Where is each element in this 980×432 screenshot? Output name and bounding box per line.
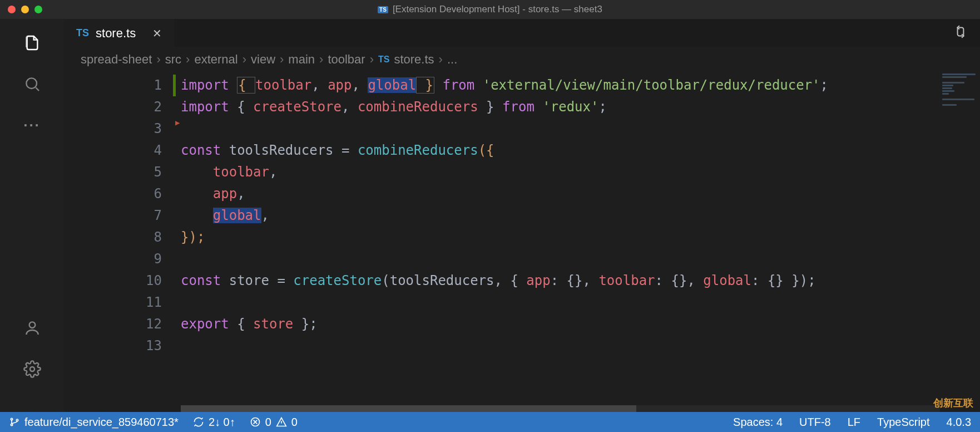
chevron-right-icon: › [370,52,374,67]
workbench-body: ··· TS store.ts ✕ [0,19,980,412]
git-branch-status[interactable]: feature/di_service_859460713* [9,416,179,429]
breadcrumb-item[interactable]: toolbar [328,52,365,67]
more-icon[interactable]: ··· [23,116,42,135]
ts-version-status[interactable]: 4.0.3 [947,416,971,429]
window-controls [8,6,42,13]
modified-line-indicator [173,75,176,96]
warning-count: 0 [291,416,298,429]
code-line[interactable] [181,118,980,140]
compare-changes-icon[interactable] [953,24,968,41]
sync-icon [193,416,204,428]
status-bar: feature/di_service_859460713* 2↓ 0↑ 0 0 … [0,412,980,432]
code-line[interactable] [181,335,980,357]
editor-actions [953,19,980,47]
window-title: [Extension Development Host] - store.ts … [393,4,602,15]
minimap[interactable] [940,72,980,412]
chevron-right-icon: › [186,52,190,67]
code-line[interactable] [181,292,980,313]
warning-icon [276,416,287,428]
line-number-gutter: 12345678910111213 [64,72,181,412]
line-number: 8 [64,227,181,248]
chevron-right-icon: › [242,52,246,67]
code-line[interactable]: const store = createStore(toolsReducers,… [181,270,980,292]
breadcrumb-item[interactable]: main [288,52,315,67]
problems-status[interactable]: 0 0 [250,416,298,429]
breadcrumb-item[interactable]: spread-sheet [81,52,152,67]
line-number: 13 [64,335,181,357]
window-minimize-button[interactable] [21,6,29,13]
line-number: 11 [64,292,181,313]
tab-bar: TS store.ts ✕ [64,19,980,47]
code-line[interactable]: const toolsReducers = combineReducers({ [181,140,980,161]
indentation-status[interactable]: Spaces: 4 [733,416,783,429]
language-status[interactable]: TypeScript [877,416,929,429]
code-line[interactable] [181,248,980,270]
line-number: 10 [64,270,181,292]
editor-group: TS store.ts ✕ spread-sheet› src› externa… [64,19,980,412]
svg-point-2 [30,367,34,371]
breadcrumbs[interactable]: spread-sheet› src› external› view› main›… [64,47,980,72]
window-close-button[interactable] [8,6,16,13]
svg-point-5 [16,419,18,421]
title-center: TS [Extension Development Host] - store.… [378,4,602,15]
line-number: 7 [64,205,181,227]
svg-point-4 [11,424,12,425]
breadcrumb-item[interactable]: src [165,52,181,67]
line-number: 6 [64,183,181,205]
file-type-icon: TS [76,27,89,39]
line-number: 2 [64,96,181,118]
window-maximize-button[interactable] [34,6,42,13]
scrollbar-thumb[interactable] [181,405,636,412]
code-line[interactable]: export { store }; [181,313,980,335]
error-icon [250,416,261,428]
search-icon[interactable] [23,75,42,94]
editor[interactable]: ▶ 12345678910111213 import { toolbar, ap… [64,72,980,412]
code-line[interactable]: }); [181,227,980,248]
line-number: 9 [64,248,181,270]
eol-status[interactable]: LF [848,416,860,429]
encoding-status[interactable]: UTF-8 [799,416,831,429]
code-line[interactable]: import { createStore, combineReducers } … [181,96,980,118]
svg-point-0 [26,78,37,89]
tab-label: store.ts [96,26,136,41]
fold-glyph-icon[interactable]: ▶ [175,118,180,127]
line-number: 1 [64,75,181,96]
branch-name: feature/di_service_859460713* [24,416,179,429]
code-line[interactable]: toolbar, [181,161,980,183]
file-type-icon: TS [378,55,389,65]
account-icon[interactable] [23,318,42,337]
line-number: 3 [64,118,181,140]
breadcrumb-tail[interactable]: ... [447,52,457,67]
file-type-icon: TS [378,6,388,13]
line-number: 12 [64,313,181,335]
code-line[interactable]: global, [181,205,980,227]
breadcrumb-file[interactable]: store.ts [394,52,434,67]
chevron-right-icon: › [439,52,443,67]
line-number: 4 [64,140,181,161]
git-branch-icon [9,416,20,428]
chevron-right-icon: › [319,52,323,67]
code-content[interactable]: import { toolbar, app, global } from 'ex… [181,72,980,412]
chevron-right-icon: › [280,52,284,67]
horizontal-scrollbar[interactable] [181,405,940,412]
svg-point-1 [29,322,35,328]
error-count: 0 [265,416,271,429]
sync-text: 2↓ 0↑ [209,416,235,429]
svg-point-3 [11,418,12,420]
sync-status[interactable]: 2↓ 0↑ [193,416,235,429]
code-line[interactable]: app, [181,183,980,205]
breadcrumb-item[interactable]: view [251,52,275,67]
activity-bar: ··· [0,19,64,412]
explorer-icon[interactable] [23,33,42,52]
settings-gear-icon[interactable] [23,360,42,379]
chevron-right-icon: › [156,52,160,67]
titlebar: TS [Extension Development Host] - store.… [0,0,980,19]
breadcrumb-item[interactable]: external [194,52,237,67]
tab-store-ts[interactable]: TS store.ts ✕ [64,19,174,47]
vscode-window: TS [Extension Development Host] - store.… [0,0,980,432]
line-number: 5 [64,161,181,183]
code-line[interactable]: import { toolbar, app, global } from 'ex… [181,75,980,96]
close-icon[interactable]: ✕ [152,27,162,40]
